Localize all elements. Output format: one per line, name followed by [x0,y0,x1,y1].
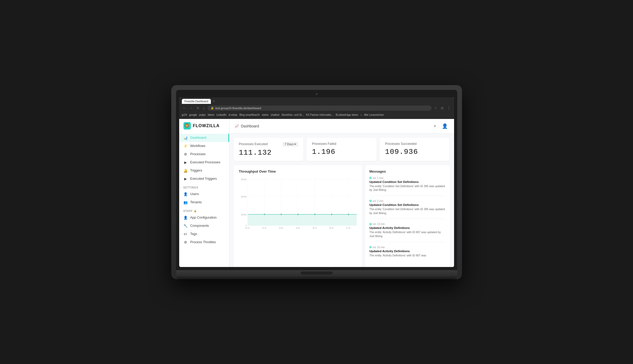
sidebar-item-dashboard[interactable]: 📊 Dashboard [179,134,229,142]
camera [316,93,318,95]
theme-toggle-button[interactable]: ☀ [432,123,438,129]
back-button[interactable]: ← [182,106,187,110]
bookmark-google[interactable]: google [189,113,197,116]
main-content: 📈 Dashboard ☀ 👤 Pr [229,119,454,267]
sidebar-item-executed-processes[interactable]: ▶ Executed Processes [179,158,229,167]
svg-point-19 [314,214,315,215]
sidebar-label-workflows: Workflows [190,144,205,148]
sidebar-item-tags[interactable]: 🏷 Tags [179,230,229,238]
sidebar-item-executed-triggers[interactable]: ▶ Executed Triggers [179,175,229,183]
forward-button[interactable]: → [189,106,194,110]
bookmark-8l[interactable]: 8Lobbeiträge ideen [336,113,358,116]
chart-svg: 300.000 200.000 100.000 0 [239,177,357,229]
menu-button[interactable]: ⋮ [446,106,451,110]
sidebar: 🦁 FLOWZILLA 📊 Dashboard ⚡ Workflows ⚙ Pr… [179,119,229,267]
header-title-group: 📈 Dashboard [235,124,259,128]
stat-card-failed: Processes Failed 1.196 [307,138,377,161]
browser-chrome: Flowzilla Dashboard + ← → ↻ ⌂ 🔒 test.gro… [179,97,454,119]
logo-text: FLOWZILLA [193,123,220,128]
bookmark-gr24[interactable]: gr24 [182,113,187,116]
stat-card-executed: Processes Executed 7 Days ▾ 111.132 [234,138,304,161]
process-throttles-icon: ⚙ [183,240,188,244]
sidebar-item-triggers[interactable]: 🔔 Triggers [179,167,229,175]
bookmark-stockfoto[interactable]: Stockfoto- und St... [281,113,304,116]
bookmark-linkedin[interactable]: LinkedIn [216,113,227,116]
sidebar-item-app-config[interactable]: 👤 App Configuration [179,214,229,222]
sidebar-label-users: Users [190,192,199,196]
bookmark-chatbot[interactable]: chatbot [271,113,279,116]
stat-label-failed: Processes Failed [312,142,336,146]
processes-icon: ⚙ [183,152,188,156]
bookmark-ideen[interactable]: Ideen [208,113,214,116]
executed-processes-icon: ▶ [183,160,188,164]
user-avatar[interactable]: 👤 [441,122,449,130]
active-tab[interactable]: Flowzilla Dashboard [182,99,211,104]
svg-text:05.10.: 05.10. [313,226,317,229]
extensions-button[interactable]: ⊡ [440,106,445,110]
sidebar-item-processes[interactable]: ⚙ Processes [179,150,229,158]
stat-header-failed: Processes Failed [312,142,371,146]
sidebar-label-process-throttles: Process Throttles [190,240,216,244]
stat-value-executed: 111.132 [239,149,298,157]
message-dot-2 [369,223,372,225]
bookmark-blog[interactable]: Blog smartflow24 [239,113,260,116]
bookmark-button[interactable]: ☆ [433,106,438,110]
components-icon: 🔧 [183,224,188,228]
bookmark-pulpo[interactable]: pulpo [199,113,206,116]
stat-label-succeeded: Processes Succeeded [385,142,417,146]
message-item-2: vor 13 min Updated Activity Definitions … [369,223,446,242]
svg-text:03.10.: 03.10. [279,226,283,229]
svg-text:07.10.: 07.10. [346,226,350,229]
sidebar-item-process-throttles[interactable]: ⚙ Process Throttles [179,238,229,246]
message-time-2: vor 13 min [369,223,446,225]
sidebar-label-processes: Processes [190,152,206,156]
message-body-3: The entity 'Activity Definitions' with I… [369,254,446,257]
reload-button[interactable]: ↻ [196,106,200,110]
throughput-chart-card: Throughput Over Time [234,165,362,267]
stat-filter-executed[interactable]: 7 Days ▾ [283,142,298,146]
sidebar-item-tenants[interactable]: 👥 Tenants [179,198,229,206]
message-time-1: vor 2 min [369,200,446,202]
sidebar-item-components[interactable]: 🔧 Components [179,222,229,230]
users-icon: 👤 [183,192,188,196]
sidebar-label-app-config: App Configuration [190,216,217,219]
app-layout: 🦁 FLOWZILLA 📊 Dashboard ⚡ Workflows ⚙ Pr… [179,119,454,267]
stat-label-executed: Processes Executed [239,142,268,146]
bookmark-k5[interactable]: K5 Partner-Informatio... [306,113,334,116]
messages-title: Messages [369,169,446,173]
bookmarks-more[interactable]: » [360,113,362,116]
message-title-3: Updated Activity Definitions [369,250,446,253]
sidebar-item-users[interactable]: 👤 Users [179,190,229,198]
new-tab-button[interactable]: + [212,99,216,104]
browser-tabs-bar: Flowzilla Dashboard + [182,99,451,104]
stat-header-executed: Processes Executed 7 Days ▾ [239,142,298,146]
bookmark-alle[interactable]: Alle Lesezeichen [364,113,384,116]
stat-value-succeeded: 109.936 [385,148,445,156]
message-item-3: vor 16 min Updated Activity Definitions … [369,246,446,261]
message-item-0: vor 1 min Updated Condition Set Definiti… [369,177,446,196]
svg-point-16 [264,214,265,215]
address-bar[interactable]: 🔒 test.group24.flowzilla.de/dashboard [207,105,432,111]
sidebar-item-workflows[interactable]: ⚡ Workflows [179,142,229,150]
svg-marker-15 [247,214,357,225]
sidebar-label-tags: Tags [190,232,197,236]
chart-title: Throughput Over Time [239,169,357,173]
bookmark-dvelop[interactable]: d-velop [229,113,237,116]
workflows-icon: ⚡ [183,144,188,148]
stat-header-succeeded: Processes Succeeded [385,142,445,146]
dashboard-icon: 📊 [183,136,188,140]
message-time-0: vor 1 min [369,177,446,179]
message-dot-0 [369,177,372,179]
message-dot-3 [369,246,372,248]
content-row: Throughput Over Time [234,165,450,267]
header-actions: ☀ 👤 [432,122,449,130]
svg-text:02.10.: 02.10. [262,226,266,229]
logo: 🦁 FLOWZILLA [179,122,229,134]
sidebar-label-tenants: Tenants [190,200,202,204]
message-item-1: vor 2 min Updated Condition Set Definiti… [369,200,446,219]
main-header: 📈 Dashboard ☀ 👤 [229,119,454,133]
bookmark-sistrix[interactable]: sistrix [262,113,269,116]
home-button[interactable]: ⌂ [202,106,206,110]
message-body-2: The entity 'Activity Definitions' with I… [369,230,446,238]
staff-section-label: STAFF 🔒 [179,206,229,214]
